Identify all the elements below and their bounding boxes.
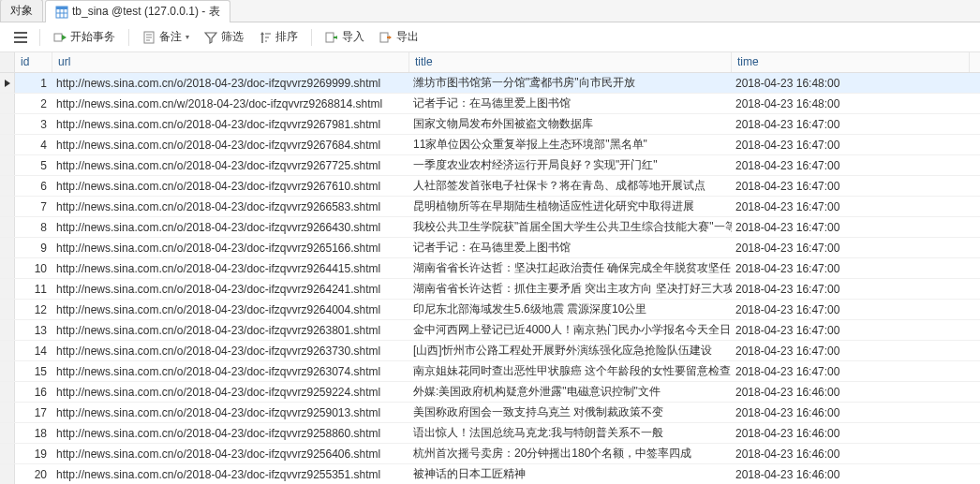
cell-url[interactable]: http://news.sina.com.cn/o/2018-04-23/doc… <box>52 221 409 234</box>
cell-id[interactable]: 18 <box>15 427 52 440</box>
begin-transaction-button[interactable]: 开始事务 <box>48 26 121 48</box>
menu-button[interactable] <box>7 28 32 47</box>
cell-id[interactable]: 2 <box>15 97 52 110</box>
cell-url[interactable]: http://news.sina.com.cn/o/2018-04-23/doc… <box>52 262 409 275</box>
cell-id[interactable]: 10 <box>15 262 52 275</box>
import-button[interactable]: 导入 <box>319 26 370 48</box>
filter-button[interactable]: 筛选 <box>199 26 249 48</box>
header-title[interactable]: title <box>409 52 732 72</box>
cell-title[interactable]: 我校公共卫生学院获"首届全国大学生公共卫生综合技能大赛"一等 <box>409 219 732 235</box>
cell-id[interactable]: 3 <box>15 118 52 131</box>
cell-time[interactable]: 2018-04-23 16:46:00 <box>732 468 970 481</box>
cell-time[interactable]: 2018-04-23 16:47:00 <box>732 345 970 358</box>
cell-id[interactable]: 16 <box>15 386 52 399</box>
cell-title[interactable]: 杭州首次摇号卖房：20分钟摇出180个名额，中签率四成 <box>409 446 732 462</box>
cell-id[interactable]: 5 <box>15 159 52 172</box>
cell-url[interactable]: http://news.sina.com.cn/o/2018-04-23/doc… <box>52 180 409 193</box>
cell-title[interactable]: 一季度农业农村经济运行开局良好？实现"开门红" <box>409 157 732 173</box>
cell-title[interactable]: 国家文物局发布外国被盗文物数据库 <box>409 116 732 132</box>
cell-time[interactable]: 2018-04-23 16:48:00 <box>732 77 970 90</box>
header-url[interactable]: url <box>52 52 409 72</box>
cell-id[interactable]: 20 <box>15 468 52 481</box>
cell-time[interactable]: 2018-04-23 16:47:00 <box>732 139 970 152</box>
cell-time[interactable]: 2018-04-23 16:47:00 <box>732 303 970 316</box>
cell-id[interactable]: 11 <box>15 283 52 296</box>
cell-time[interactable]: 2018-04-23 16:47:00 <box>732 118 970 131</box>
cell-time[interactable]: 2018-04-23 16:47:00 <box>732 262 970 275</box>
cell-title[interactable]: 11家单位因公众重复举报上生态环境部"黑名单" <box>409 137 732 153</box>
table-row[interactable]: 20http://news.sina.com.cn/o/2018-04-23/d… <box>0 464 980 484</box>
cell-time[interactable]: 2018-04-23 16:47:00 <box>732 324 970 337</box>
cell-id[interactable]: 7 <box>15 200 52 213</box>
cell-id[interactable]: 1 <box>15 77 52 90</box>
cell-url[interactable]: http://news.sina.com.cn/o/2018-04-23/doc… <box>52 324 409 337</box>
cell-time[interactable]: 2018-04-23 16:47:00 <box>732 283 970 296</box>
table-row[interactable]: 2http://news.sina.com.cn/w/2018-04-23/do… <box>0 94 980 114</box>
cell-url[interactable]: http://news.sina.com.cn/o/2018-04-23/doc… <box>52 159 409 172</box>
cell-time[interactable]: 2018-04-23 16:48:00 <box>732 97 970 110</box>
cell-url[interactable]: http://news.sina.com.cn/o/2018-04-23/doc… <box>52 386 409 399</box>
cell-title[interactable]: 语出惊人！法国总统马克龙:我与特朗普关系不一般 <box>409 425 732 441</box>
table-row[interactable]: 6http://news.sina.com.cn/o/2018-04-23/do… <box>0 176 980 197</box>
cell-time[interactable]: 2018-04-23 16:47:00 <box>732 221 970 234</box>
table-row[interactable]: 5http://news.sina.com.cn/o/2018-04-23/do… <box>0 155 980 176</box>
cell-url[interactable]: http://news.sina.com.cn/o/2018-04-23/doc… <box>52 303 409 316</box>
cell-title[interactable]: 潍坊市图书馆第一分馆"鸢都书房"向市民开放 <box>409 75 732 91</box>
table-row[interactable]: 18http://news.sina.com.cn/o/2018-04-23/d… <box>0 423 980 444</box>
cell-time[interactable]: 2018-04-23 16:46:00 <box>732 386 970 399</box>
cell-id[interactable]: 6 <box>15 180 52 193</box>
cell-id[interactable]: 9 <box>15 242 52 255</box>
cell-title[interactable]: 湖南省省长许达哲：抓住主要矛盾 突出主攻方向 坚决打好三大攻 <box>409 281 732 297</box>
cell-id[interactable]: 4 <box>15 139 52 152</box>
cell-time[interactable]: 2018-04-23 16:47:00 <box>732 365 970 378</box>
cell-url[interactable]: http://news.sina.com.cn/o/2018-04-23/doc… <box>52 365 409 378</box>
table-row[interactable]: 8http://news.sina.com.cn/o/2018-04-23/do… <box>0 217 980 238</box>
cell-url[interactable]: http://news.sina.com.cn/o/2018-04-23/doc… <box>52 406 409 419</box>
cell-id[interactable]: 17 <box>15 406 52 419</box>
table-row[interactable]: 11http://news.sina.com.cn/o/2018-04-23/d… <box>0 279 980 300</box>
table-row[interactable]: 12http://news.sina.com.cn/o/2018-04-23/d… <box>0 300 980 320</box>
data-grid[interactable]: 1http://news.sina.com.cn/o/2018-04-23/do… <box>0 73 980 484</box>
table-row[interactable]: 17http://news.sina.com.cn/o/2018-04-23/d… <box>0 403 980 423</box>
cell-time[interactable]: 2018-04-23 16:46:00 <box>732 427 970 440</box>
cell-time[interactable]: 2018-04-23 16:47:00 <box>732 200 970 213</box>
cell-time[interactable]: 2018-04-23 16:47:00 <box>732 159 970 172</box>
cell-url[interactable]: http://news.sina.com.cn/w/2018-04-23/doc… <box>52 97 409 110</box>
cell-title[interactable]: 记者手记：在马德里爱上图书馆 <box>409 240 732 256</box>
cell-url[interactable]: http://news.sina.com.cn/o/2018-04-23/doc… <box>52 447 409 461</box>
cell-title[interactable]: 昆明植物所等在早期陆生植物适应性进化研究中取得进展 <box>409 198 732 214</box>
header-time[interactable]: time <box>732 52 970 72</box>
cell-time[interactable]: 2018-04-23 16:47:00 <box>732 180 970 193</box>
cell-url[interactable]: http://news.sina.com.cn/o/2018-04-23/doc… <box>52 139 409 152</box>
table-row[interactable]: 16http://news.sina.com.cn/o/2018-04-23/d… <box>0 382 980 403</box>
cell-title[interactable]: 美国称政府国会一致支持乌克兰 对俄制裁政策不变 <box>409 404 732 420</box>
table-row[interactable]: 19http://news.sina.com.cn/o/2018-04-23/d… <box>0 444 980 464</box>
cell-url[interactable]: http://news.sina.com.cn/o/2018-04-23/doc… <box>52 427 409 440</box>
cell-time[interactable]: 2018-04-23 16:46:00 <box>732 447 970 461</box>
cell-title[interactable]: 金中河西网上登记已近4000人！南京热门民办小学报名今天全日 <box>409 322 732 338</box>
cell-title[interactable]: 被神话的日本工匠精神 <box>409 466 732 482</box>
cell-url[interactable]: http://news.sina.com.cn/o/2018-04-23/doc… <box>52 200 409 213</box>
cell-title[interactable]: 南京姐妹花同时查出恶性甲状腺癌 这个年龄段的女性要留意检查 <box>409 363 732 379</box>
cell-id[interactable]: 14 <box>15 345 52 358</box>
table-row[interactable]: 3http://news.sina.com.cn/o/2018-04-23/do… <box>0 114 980 135</box>
cell-title[interactable]: 记者手记：在马德里爱上图书馆 <box>409 95 732 111</box>
table-row[interactable]: 4http://news.sina.com.cn/o/2018-04-23/do… <box>0 135 980 155</box>
table-row[interactable]: 9http://news.sina.com.cn/o/2018-04-23/do… <box>0 238 980 258</box>
cell-id[interactable]: 8 <box>15 221 52 234</box>
cell-url[interactable]: http://news.sina.com.cn/o/2018-04-23/doc… <box>52 242 409 255</box>
cell-id[interactable]: 12 <box>15 303 52 316</box>
cell-url[interactable]: http://news.sina.com.cn/o/2018-04-23/doc… <box>52 118 409 131</box>
table-row[interactable]: 15http://news.sina.com.cn/o/2018-04-23/d… <box>0 361 980 382</box>
cell-url[interactable]: http://news.sina.com.cn/o/2018-04-23/doc… <box>52 345 409 358</box>
cell-title[interactable]: 人社部签发首张电子社保卡？将在青岛、成都等地开展试点 <box>409 178 732 194</box>
header-id[interactable]: id <box>15 52 52 72</box>
table-row[interactable]: 7http://news.sina.com.cn/o/2018-04-23/do… <box>0 197 980 217</box>
sort-button[interactable]: 排序 <box>253 26 304 48</box>
tab-objects[interactable]: 对象 <box>0 0 43 22</box>
tab-table[interactable]: tb_sina @test (127.0.0.1) - 表 <box>45 0 230 22</box>
cell-title[interactable]: 外媒:美国政府机构疑意外泄露"电磁意识控制"文件 <box>409 384 732 400</box>
cell-url[interactable]: http://news.sina.com.cn/o/2018-04-23/doc… <box>52 283 409 296</box>
export-button[interactable]: 导出 <box>374 26 424 48</box>
cell-title[interactable]: 湖南省省长许达哲：坚决扛起政治责任 确保完成全年脱贫攻坚任 <box>409 260 732 276</box>
